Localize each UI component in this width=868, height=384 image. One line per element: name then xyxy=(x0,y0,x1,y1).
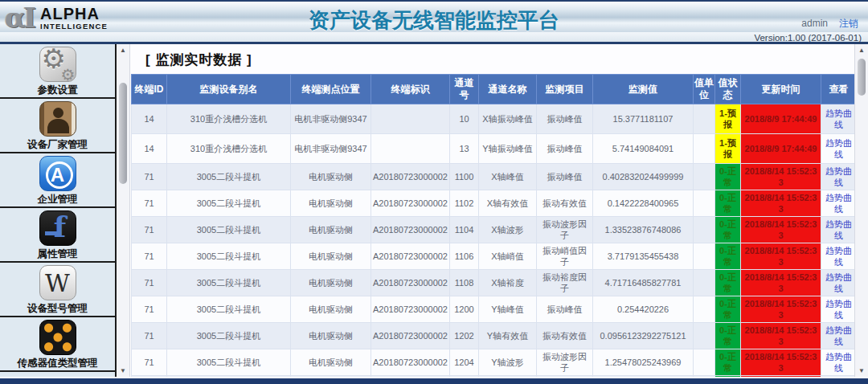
sidebar-item-1[interactable]: 参数设置 xyxy=(0,44,115,99)
trend-curve-link[interactable]: 趋势曲线 xyxy=(825,166,852,187)
cell-view: 趋势曲线 xyxy=(821,270,855,296)
cell-terminal-tag: A20180723000002 xyxy=(371,217,450,243)
status-badge: 0-正常 xyxy=(715,217,741,243)
table-row: 14 310重介浅槽分选机 电机非驱动侧9347 10 X轴振动峰值 振动峰值 … xyxy=(132,104,855,134)
cell-terminal-id: 71 xyxy=(132,190,167,217)
cell-terminal-id: 71 xyxy=(132,296,167,323)
trend-curve-link[interactable]: 趋势曲线 xyxy=(825,299,852,320)
cell-view: 趋势曲线 xyxy=(821,104,855,134)
app-title: 资产设备无线智能监控平台 xyxy=(0,6,868,35)
column-header-9: 值单位 xyxy=(694,75,715,104)
cell-terminal-id: 71 xyxy=(132,376,167,378)
cell-terminal-id: 14 xyxy=(132,134,167,164)
status-badge: 1-预报 xyxy=(715,134,741,164)
cell-monitor-value: 0.402832024499999 xyxy=(593,164,694,190)
trend-curve-link[interactable]: 趋势曲线 xyxy=(825,272,852,293)
scroll-up-icon[interactable]: ▲ xyxy=(855,44,868,56)
table-row: 71 3005二段斗提机 电机驱动侧 A20180723000002 1200 … xyxy=(132,296,855,323)
cell-monitor-value: 3.24730379424823 xyxy=(593,376,694,378)
logout-link[interactable]: 注销 xyxy=(839,18,858,29)
scroll-thumb[interactable] xyxy=(858,59,866,96)
cell-view: 趋势曲线 xyxy=(821,134,855,164)
sidebar-item-label: 设备厂家管理 xyxy=(27,138,88,152)
cell-value-unit xyxy=(694,323,715,349)
scroll-thumb[interactable] xyxy=(119,83,127,184)
scroll-down-icon[interactable]: ▼ xyxy=(117,365,129,377)
cell-view: 趋势曲线 xyxy=(821,349,855,376)
user-links: admin注销 xyxy=(801,17,858,31)
trend-curve-link[interactable]: 趋势曲线 xyxy=(825,138,852,159)
cell-device-name: 3005二段斗提机 xyxy=(167,243,291,270)
cell-measure-position: 电机驱动侧 xyxy=(291,296,371,323)
cell-channel-name: X轴峭值 xyxy=(479,243,537,270)
table-row: 14 310重介浅槽分选机 电机非驱动侧9347 13 Y轴振动峰值 振动峰值 … xyxy=(132,134,855,164)
status-badge: 0-正常 xyxy=(715,323,741,349)
cell-view: 趋势曲线 xyxy=(821,296,855,323)
cell-terminal-id: 71 xyxy=(132,164,167,190)
cell-monitor-item: 振动波形因子 xyxy=(537,349,593,376)
scroll-down-icon[interactable]: ▼ xyxy=(855,365,868,377)
top-header: αI ALPHA INTELLIGENCE 资产设备无线智能监控平台 admin… xyxy=(0,0,868,32)
sidebar-item-4[interactable]: 属性管理 xyxy=(0,208,115,263)
column-header-5: 通道号 xyxy=(450,75,479,104)
main-scrollbar-left[interactable]: ▲ ▼ xyxy=(117,44,130,377)
cell-device-name: 3005二段斗提机 xyxy=(167,217,291,243)
sidebar-item-5[interactable]: 设备型号管理 xyxy=(0,263,115,317)
cell-monitor-item: 振动峭值因子 xyxy=(537,243,593,270)
scroll-up-icon[interactable]: ▲ xyxy=(117,44,129,56)
cell-terminal-tag: A20180723000002 xyxy=(371,376,450,378)
cell-device-name: 3005二段斗提机 xyxy=(167,164,291,190)
cell-terminal-tag: A20180723000002 xyxy=(371,243,450,270)
main-content: [ 监测实时数据 ] 终端ID监测设备别名终端测点位置终端标识通道号通道名称监测… xyxy=(130,44,854,377)
cell-monitor-value: 0.0956123292275121 xyxy=(593,323,694,349)
page-title: [ 监测实时数据 ] xyxy=(131,44,854,74)
update-time-cell: 2018/8/14 15:52:33 xyxy=(741,323,821,349)
sidebar-item-2[interactable]: 设备厂家管理 xyxy=(0,99,115,153)
cell-channel-number: 1106 xyxy=(450,243,479,270)
gears-icon xyxy=(39,47,76,82)
sidebar-item-label: 企业管理 xyxy=(38,193,78,206)
sidebar-item-3[interactable]: 企业管理 xyxy=(0,153,115,208)
dice-icon xyxy=(39,320,76,355)
cell-channel-name: Y轴振动峰值 xyxy=(479,134,537,164)
cell-measure-position: 电机驱动侧 xyxy=(291,190,371,217)
status-badge: 0-正常 xyxy=(715,164,741,190)
cell-view: 趋势曲线 xyxy=(821,190,855,217)
cell-device-name: 3005二段斗提机 xyxy=(167,270,291,296)
cell-value-unit xyxy=(694,104,715,134)
cell-terminal-id: 71 xyxy=(132,349,167,376)
update-time-cell: 2018/8/14 15:52:33 xyxy=(741,164,821,190)
cell-channel-number: 1108 xyxy=(450,270,479,296)
cell-channel-number: 1200 xyxy=(450,296,479,323)
cell-measure-position: 电机非驱动侧9347 xyxy=(291,134,371,164)
cell-terminal-id: 71 xyxy=(132,217,167,243)
trend-curve-link[interactable]: 趋势曲线 xyxy=(825,325,852,346)
cell-channel-number: 13 xyxy=(450,134,479,164)
trend-curve-link[interactable]: 趋势曲线 xyxy=(825,219,852,240)
trend-curve-link[interactable]: 趋势曲线 xyxy=(825,193,852,214)
sidebar-item-6[interactable]: 传感器值类型管理 xyxy=(0,317,115,372)
cell-monitor-value: 1.33523876748086 xyxy=(593,217,694,243)
trend-curve-link[interactable]: 趋势曲线 xyxy=(825,246,852,267)
status-badge: 1-预报 xyxy=(715,104,741,134)
cell-value-unit xyxy=(694,217,715,243)
cell-monitor-value: 5.74149084091 xyxy=(593,134,694,164)
column-header-8: 监测值 xyxy=(593,75,694,104)
trend-curve-link[interactable]: 趋势曲线 xyxy=(825,108,852,129)
cell-monitor-item: 振动有效值 xyxy=(537,323,593,349)
cell-monitor-item: 振动裕度因子 xyxy=(537,270,593,296)
table-row: 71 3005二段斗提机 电机驱动侧 A20180723000002 1100 … xyxy=(132,164,855,190)
cell-monitor-value: 15.3771181107 xyxy=(593,104,694,134)
main-scrollbar-right[interactable]: ▲ ▼ xyxy=(854,44,868,377)
bottom-bar xyxy=(0,378,868,384)
cell-terminal-id: 71 xyxy=(132,243,167,270)
status-badge: 0-正常 xyxy=(715,296,741,323)
cell-monitor-value: 0.254420226 xyxy=(593,296,694,323)
wikipedia-icon xyxy=(39,265,76,300)
cell-channel-number: 1100 xyxy=(450,164,479,190)
cell-channel-number: 1204 xyxy=(450,349,479,376)
trend-curve-link[interactable]: 趋势曲线 xyxy=(825,352,852,373)
column-header-1: 终端ID xyxy=(132,75,167,104)
cell-measure-position: 电机驱动侧 xyxy=(291,164,371,190)
cell-view: 趋势曲线 xyxy=(821,376,855,378)
